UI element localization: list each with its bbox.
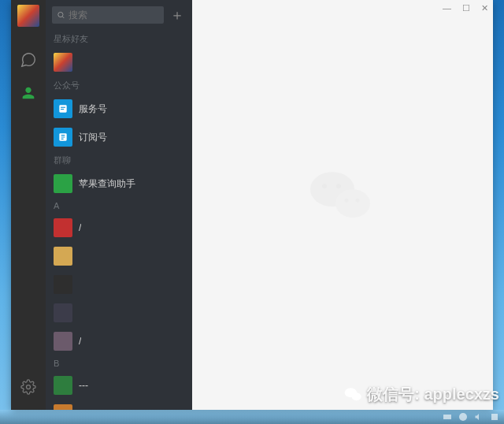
svg-rect-4 <box>61 107 65 108</box>
subscribe-account-item[interactable]: 订阅号 <box>46 123 192 151</box>
group-avatar <box>54 174 72 193</box>
section-a: A <box>46 198 192 214</box>
user-avatar[interactable] <box>17 5 39 27</box>
contact-item[interactable] <box>46 400 192 410</box>
contact-panel: ＋ 星标好友 公众号 服务号 订阅号 群聊 <box>46 0 192 410</box>
contact-item[interactable] <box>46 299 192 327</box>
tray-icon[interactable] <box>443 412 452 422</box>
add-button[interactable]: ＋ <box>169 6 186 24</box>
svg-point-8 <box>335 189 370 218</box>
watermark: 微信号: applecxzs <box>343 384 499 405</box>
search-box[interactable] <box>52 6 164 24</box>
search-row: ＋ <box>46 0 192 30</box>
contact-label: --- <box>79 380 88 391</box>
contact-avatar <box>54 275 72 294</box>
svg-point-9 <box>322 184 327 188</box>
contact-item[interactable] <box>46 242 192 270</box>
wechat-icon <box>343 386 364 404</box>
main-area: — ☐ ✕ <box>192 0 493 410</box>
contact-label: 订阅号 <box>79 131 107 144</box>
settings-icon[interactable] <box>20 379 36 397</box>
svg-point-1 <box>58 12 63 17</box>
contact-item[interactable]: --- <box>46 371 192 400</box>
subscribe-icon <box>54 128 72 147</box>
svg-rect-17 <box>491 414 498 420</box>
service-account-item[interactable]: 服务号 <box>46 95 192 123</box>
contact-avatar <box>54 332 72 351</box>
search-icon <box>57 10 65 20</box>
contact-avatar <box>54 247 72 266</box>
contact-label: / <box>79 336 81 347</box>
svg-point-11 <box>345 199 349 203</box>
svg-point-0 <box>27 385 31 389</box>
contact-avatar <box>54 376 72 395</box>
contact-label: 苹果查询助手 <box>79 177 135 191</box>
window-controls: — ☐ ✕ <box>443 3 488 13</box>
svg-rect-5 <box>61 109 64 110</box>
contact-item[interactable]: / <box>46 327 192 355</box>
contact-avatar <box>54 218 72 237</box>
watermark-text: 微信号: applecxzs <box>367 384 499 405</box>
contact-avatar <box>54 404 72 410</box>
search-input[interactable] <box>69 9 159 20</box>
contact-item[interactable]: / <box>46 214 192 242</box>
svg-rect-15 <box>443 415 451 419</box>
chats-tab-icon[interactable] <box>19 50 38 69</box>
svg-point-16 <box>459 413 467 421</box>
contacts-tab-icon[interactable] <box>19 84 38 102</box>
section-official: 公众号 <box>46 76 192 95</box>
maximize-button[interactable]: ☐ <box>462 3 470 13</box>
tray-icon[interactable] <box>458 412 468 422</box>
nav-bar <box>11 0 46 410</box>
minimize-button[interactable]: — <box>443 3 451 13</box>
section-b: B <box>46 355 192 371</box>
wechat-logo-placeholder <box>307 166 378 231</box>
group-item[interactable]: 苹果查询助手 <box>46 169 192 198</box>
service-icon <box>54 99 72 118</box>
contact-label: 服务号 <box>79 102 107 116</box>
contact-avatar <box>54 53 72 72</box>
tray-icon[interactable] <box>490 412 499 422</box>
svg-point-12 <box>356 199 360 203</box>
svg-point-10 <box>336 184 341 188</box>
wechat-window: ＋ 星标好友 公众号 服务号 订阅号 群聊 <box>11 0 493 410</box>
section-group: 群聊 <box>46 151 192 169</box>
contact-item[interactable] <box>46 270 192 299</box>
close-button[interactable]: ✕ <box>481 3 488 13</box>
svg-line-2 <box>62 17 64 18</box>
tray-volume-icon[interactable] <box>474 412 484 422</box>
svg-point-14 <box>352 392 361 400</box>
contact-list[interactable]: 星标好友 公众号 服务号 订阅号 群聊 苹果查询助手 <box>46 30 192 410</box>
contact-avatar <box>54 303 72 322</box>
starred-contact[interactable] <box>46 48 192 76</box>
contact-label: / <box>79 222 81 233</box>
section-starred: 星标好友 <box>46 30 192 48</box>
taskbar <box>0 410 504 424</box>
